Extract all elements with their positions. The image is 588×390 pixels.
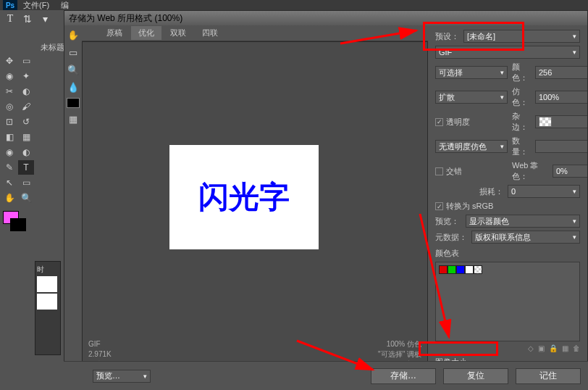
gradient-tool[interactable]: ▦ (18, 130, 34, 144)
color-table-icon-2[interactable]: ▣ (538, 344, 545, 352)
eraser-tool[interactable]: ◧ (1, 130, 17, 144)
shape-tool[interactable]: ▭ (18, 175, 34, 190)
wand-tool[interactable]: ✦ (18, 69, 34, 83)
colors-label: 颜色： (512, 62, 531, 83)
preset-select[interactable]: [未命名]▾ (463, 30, 580, 43)
dialog-title: 存储为 Web 所用格式 (100%) (64, 11, 587, 25)
slice-tool-icon[interactable]: ▭ (67, 46, 80, 59)
matte-label: 杂边： (512, 111, 531, 133)
main-toolbox: ✥ ▭ ◉ ✦ ✂ ◐ ◎ 🖌 ⊡ ↺ ◧ ▦ ◉ ◐ ✎ T ↖ ▭ ✋ 🔍 (0, 52, 35, 234)
color-table-icon-1[interactable]: ◇ (528, 344, 534, 352)
patch-tool[interactable]: ◎ (1, 99, 17, 114)
type-tool-icon[interactable]: T (1, 12, 19, 26)
save-button[interactable]: 存储… (371, 368, 436, 384)
marquee-tool[interactable]: ▭ (18, 54, 34, 68)
stamp-tool[interactable]: ⊡ (1, 115, 17, 129)
move-tool[interactable]: ✥ (1, 54, 17, 68)
dither-label: 仿色： (512, 86, 531, 108)
dither-method-select[interactable]: 扩散▾ (435, 91, 508, 104)
tab-optimized[interactable]: 优化 (131, 26, 161, 40)
preset-label: 预设： (435, 31, 459, 42)
matte-select[interactable]: ▾ (535, 115, 587, 128)
color-swatch-2[interactable] (448, 265, 456, 274)
info-dither: 100% 仿色 (378, 339, 421, 349)
reset-button[interactable]: 复位 (443, 368, 508, 384)
tab-original[interactable]: 原稿 (99, 26, 130, 40)
dither-input[interactable]: 100%▾ (535, 91, 587, 104)
eyedropper-tool-icon[interactable]: 💧 (67, 80, 80, 94)
lossy-label: 损耗： (479, 186, 503, 197)
colors-input[interactable]: 256▾ (535, 66, 587, 79)
interlaced-label: 交错 (446, 166, 462, 177)
format-select[interactable]: GIF▾ (435, 46, 580, 59)
history-brush-tool[interactable]: ↺ (18, 115, 34, 129)
trans-amount-label: 数量： (512, 136, 531, 157)
canvas-text: 闪光字 (198, 177, 290, 217)
crop-tool[interactable]: ✂ (1, 84, 17, 99)
blur-tool[interactable]: ◉ (1, 145, 17, 159)
remember-button[interactable]: 记住 (516, 368, 581, 384)
color-swatch-transparent[interactable] (474, 265, 482, 274)
transparency-label: 透明度 (446, 117, 470, 128)
app-logo: Ps (3, 0, 17, 10)
dodge-tool[interactable]: ◐ (18, 145, 34, 159)
preview-canvas: 闪光字 (169, 145, 319, 249)
preview-select[interactable]: 显示器颜色▾ (466, 215, 580, 228)
info-filesize: 2.971K (88, 349, 146, 360)
transparency-checkbox[interactable] (435, 118, 443, 126)
eyedropper-color (67, 98, 80, 108)
info-palette: "可选择" 调板 (378, 349, 421, 360)
color-table-trash-icon[interactable]: 🗑 (573, 344, 580, 352)
metadata-label: 元数据： (435, 232, 467, 243)
color-swatch-4[interactable] (465, 265, 474, 274)
color-reduction-select[interactable]: 可选择▾ (435, 66, 508, 79)
lasso-tool[interactable]: ◉ (1, 69, 17, 83)
save-for-web-dialog: 存储为 Web 所用格式 (100%) ✋ ▭ 🔍 💧 ▦ 原稿 优化 双联 四… (64, 10, 588, 390)
hand-tool-icon[interactable]: ✋ (67, 28, 80, 41)
frame-thumb-2[interactable] (37, 294, 57, 310)
eyedropper-tool[interactable]: ◐ (18, 84, 34, 99)
frame-thumb-1[interactable] (37, 276, 57, 292)
brush-tool[interactable]: 🖌 (18, 99, 34, 114)
slice-visibility-icon[interactable]: ▦ (67, 112, 80, 125)
tab-four-up[interactable]: 四联 (195, 26, 225, 40)
timeline-panel[interactable]: 时 (35, 261, 61, 355)
transparency-dither-select[interactable]: 无透明度仿色▾ (435, 140, 508, 153)
background-color[interactable] (10, 218, 26, 231)
interlaced-checkbox[interactable] (435, 167, 443, 175)
timeline-label: 时 (37, 265, 59, 275)
color-table[interactable] (435, 262, 580, 341)
orientation-icon[interactable]: ⇅ (19, 12, 36, 26)
trans-amount-input[interactable]: ▾ (535, 140, 587, 153)
color-swatch-1[interactable] (439, 265, 448, 274)
info-format: GIF (88, 339, 146, 349)
path-tool[interactable]: ↖ (1, 175, 17, 190)
srgb-checkbox[interactable] (435, 202, 443, 210)
srgb-label: 转换为 sRGB (446, 201, 493, 212)
menu-edit[interactable]: 编 (55, 0, 75, 11)
type-tool[interactable]: T (18, 160, 34, 175)
pen-tool[interactable]: ✎ (1, 160, 17, 175)
lossy-input[interactable]: 0▾ (508, 185, 580, 198)
color-table-title: 颜色表 (435, 248, 580, 259)
color-table-icon-4[interactable]: ▦ (562, 344, 568, 352)
preview-browser-select[interactable]: 预览…▾ (93, 370, 151, 383)
websnap-label: Web 靠色： (512, 160, 548, 182)
zoom-tool-icon[interactable]: 🔍 (67, 63, 80, 76)
menu-file[interactable]: 文件(F) (17, 0, 55, 11)
preview-label: 预览： (435, 216, 461, 227)
color-table-icon-3[interactable]: 🔒 (549, 344, 558, 352)
tab-two-up[interactable]: 双联 (163, 26, 193, 40)
websnap-input[interactable]: 0%▾ (553, 165, 587, 178)
zoom-tool[interactable]: 🔍 (18, 191, 34, 205)
metadata-select[interactable]: 版权和联系信息▾ (471, 231, 580, 244)
hand-tool[interactable]: ✋ (1, 191, 17, 205)
font-picker-icon[interactable]: ▾ (36, 12, 54, 26)
color-swatch-3[interactable] (456, 265, 465, 274)
